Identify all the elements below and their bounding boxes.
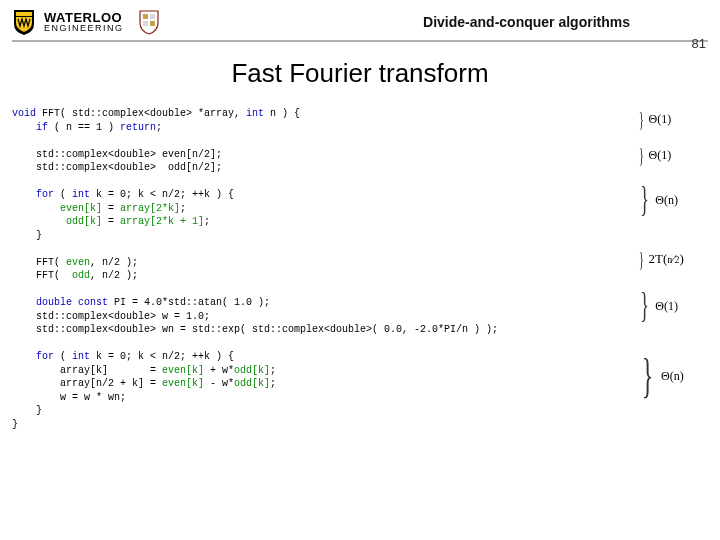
annotation-2: } Θ(1) <box>636 141 671 169</box>
logo-text: WATERLOO ENGINEERING <box>44 11 124 33</box>
svg-rect-2 <box>143 21 148 26</box>
content-area: void FFT( std::complex<double> *array, i… <box>0 107 720 431</box>
topic-label: Divide-and-conquer algorithms <box>423 14 630 30</box>
annotation-6: } Θ(n) <box>636 343 684 409</box>
annotation-3: } Θ(n) <box>636 175 678 225</box>
brace-icon: } <box>639 112 644 125</box>
slide-number: 81 <box>692 36 706 51</box>
brace-icon: } <box>640 189 649 211</box>
brace-icon: } <box>640 295 649 317</box>
logo-bottom-text: ENGINEERING <box>44 24 124 33</box>
annotation-4: } 2T(n⁄2) <box>636 245 684 273</box>
brace-icon: } <box>642 362 654 391</box>
annotation-1: } Θ(1) <box>636 105 671 133</box>
recurrence-term: 2T(n⁄2) <box>649 251 684 267</box>
brace-icon: } <box>639 252 644 265</box>
complexity-annotations: } Θ(1) } Θ(1) } Θ(n) } 2T(n⁄2) } Θ(1) } … <box>636 107 708 431</box>
slide-header: WATERLOO ENGINEERING Divide-and-conquer … <box>0 0 720 38</box>
brace-icon: } <box>639 148 644 161</box>
waterloo-shield-icon <box>12 8 36 36</box>
svg-rect-3 <box>150 21 155 26</box>
header-underline <box>12 40 708 42</box>
svg-rect-1 <box>150 14 155 19</box>
annotation-5: } Θ(1) <box>636 285 678 327</box>
logo-area: WATERLOO ENGINEERING <box>12 8 160 36</box>
slide-title: Fast Fourier transform <box>0 58 720 89</box>
crest-icon <box>138 9 160 35</box>
svg-rect-0 <box>143 14 148 19</box>
code-block: void FFT( std::complex<double> *array, i… <box>12 107 636 431</box>
